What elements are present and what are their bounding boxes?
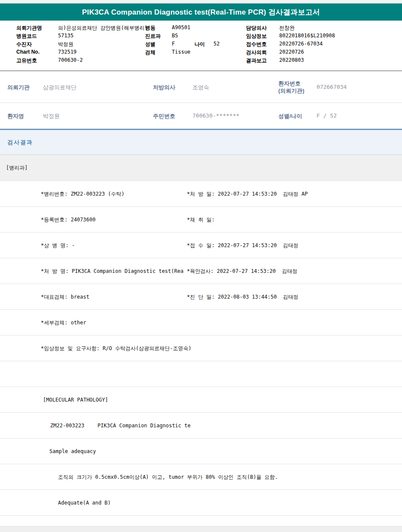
report-title: PIK3CA Companion Diagnostic test(Real-Ti… xyxy=(82,7,320,17)
info-label: 검사의뢰 xyxy=(246,49,267,56)
header-info-row: 고유번호 700630-2 결과보고 20220803 xyxy=(0,57,402,65)
field-label: 주민번호 xyxy=(153,112,175,120)
info-label: 담당의사 xyxy=(246,24,267,32)
info-label: Chart No. xyxy=(16,49,40,55)
header-info-row: 의뢰기관명 의)은성의료재단 강안병원(해부병리) 병동 A90501 담당의사… xyxy=(0,24,402,33)
field-label: 처방의사 xyxy=(153,84,175,91)
sample-adequacy-row: Sample adequacy xyxy=(0,438,402,464)
info-value: BS xyxy=(172,33,178,39)
info-value: 20220726-67034 xyxy=(279,41,323,47)
info-value: 전창완 xyxy=(279,24,295,32)
info-value: 52 xyxy=(213,41,219,47)
info-label: 진료과 xyxy=(145,33,161,40)
result-field-left: *병리번호: ZM22-003223 (수탁) xyxy=(41,190,125,197)
result-field-left: *등록번호: 24073600 xyxy=(41,216,95,223)
info-value: 의)은성의료재단 강안병원(해부병리) xyxy=(58,24,148,32)
result-field-right: *육안검사: 2022-07-27 14:53:20 김태정 xyxy=(187,267,297,275)
info-label: 병동 xyxy=(145,24,155,32)
adequacy-result-row: Adequate(A and B) xyxy=(0,490,402,516)
bottom-strip xyxy=(0,526,402,532)
result-section-heading: 검사결과 xyxy=(0,130,402,155)
info-value: 700630-2 xyxy=(58,57,83,63)
result-field-right: *처 방 일: 2022-07-27 14:53:20 김태정 AP xyxy=(187,190,308,197)
info-label: 고유번호 xyxy=(16,57,37,64)
result-row: *상 병 명: - *접 수 일: 2022-07-27 14:53:20 김태… xyxy=(0,233,402,258)
field-label: 성별/나이 xyxy=(278,112,302,120)
info-label: 나이 xyxy=(195,41,205,48)
result-row: *처 방 명: PIK3CA Companion Diagnostic test… xyxy=(0,258,402,284)
field-value: 072667034 xyxy=(317,84,347,90)
referral-row: 환자명 박정원 주민번호 700630-******* 성별/나이 F / 52 xyxy=(0,103,402,129)
info-label: 접수번호 xyxy=(246,41,267,48)
header-info-row: 수진자 박정원 성별 F 나이 52 접수번호 20220726-67034 xyxy=(0,41,402,49)
adequacy-criteria-row: 조직의 크기가 0.5cmx0.5cm이상(A) 이고, tumor 부위가 8… xyxy=(0,464,402,490)
referral-row: 의뢰기관 삼광의료재단 처방의사 조영숙 환자번호 (의뢰기관) 0726670… xyxy=(0,71,402,103)
info-value: A90501 xyxy=(172,24,190,30)
info-label: 의뢰기관명 xyxy=(16,24,42,32)
field-value: 조영숙 xyxy=(192,84,209,91)
sample-adequacy-label: Sample adequacy xyxy=(49,448,96,454)
molecular-pathology-header-row: [MOLECULAR PATHOLOGY] xyxy=(0,387,402,413)
info-label: 임상정보 xyxy=(246,33,267,40)
info-label: 성별 xyxy=(145,41,155,48)
info-label: 병원코드 xyxy=(16,33,37,40)
result-field-right: *접 수 일: 2022-07-27 14:53:20 김태정 xyxy=(187,242,298,249)
adequacy-result-text: Adequate(A and B) xyxy=(58,500,111,506)
test-name: PIK3CA Companion Diagnostic te xyxy=(97,423,191,429)
field-value: 삼광의료재단 xyxy=(43,84,76,91)
info-value: 8022018016$L210908 xyxy=(279,33,335,39)
molecular-section-label: [MOLECULAR PATHOLOGY] xyxy=(43,397,108,403)
result-row: *등록번호: 24073600 *채 취 일: xyxy=(0,207,402,233)
result-heading-text: 검사결과 xyxy=(7,139,33,146)
info-label: 검체 xyxy=(145,49,155,56)
patient-number-label-line1: 환자번호 xyxy=(278,80,305,87)
info-label: 결과보고 xyxy=(246,57,267,64)
report-page: PIK3CA Companion Diagnostic test(Real-Ti… xyxy=(0,0,402,532)
field-value: 박정원 xyxy=(43,112,60,120)
patient-number-label: 환자번호 (의뢰기관) xyxy=(278,80,305,94)
molecular-specimen-row: ZM22-003223 PIK3CA Companion Diagnostic … xyxy=(0,413,402,438)
result-row-empty xyxy=(0,361,402,387)
result-field-left: *세부검체: other xyxy=(41,319,86,326)
top-strip xyxy=(0,0,402,3)
department-band: [병리과] xyxy=(0,155,402,181)
result-field-left: *처 방 명: PIK3CA Companion Diagnostic test… xyxy=(41,267,183,275)
adequacy-criteria-text: 조직의 크기가 0.5cmx0.5cm이상(A) 이고, tumor 부위가 8… xyxy=(58,473,278,481)
info-value: 732519 xyxy=(58,49,76,55)
info-value: 20220803 xyxy=(279,57,304,63)
result-field-left: *임상정보 및 요구사항: R/O 수탁검사(삼광의료재단-조영숙) xyxy=(41,345,192,352)
info-value: F xyxy=(172,41,175,47)
referral-section: 의뢰기관 삼광의료재단 처방의사 조영숙 환자번호 (의뢰기관) 0726670… xyxy=(0,71,402,129)
header-info-block: 의뢰기관명 의)은성의료재단 강안병원(해부병리) 병동 A90501 담당의사… xyxy=(0,21,402,70)
result-field-left: *대표검체: breast xyxy=(41,293,89,300)
report-title-bar: PIK3CA Companion Diagnostic test(Real-Ti… xyxy=(0,3,402,21)
field-value: 700630-******* xyxy=(192,112,240,119)
result-row: *병리번호: ZM22-003223 (수탁) *처 방 일: 2022-07-… xyxy=(0,181,402,207)
result-row: *대표검체: breast *진 단 일: 2022-08-03 13:44:5… xyxy=(0,284,402,310)
info-value: Tissue xyxy=(172,49,190,55)
patient-number-label-line2: (의뢰기관) xyxy=(278,87,305,94)
field-label: 환자명 xyxy=(7,112,24,120)
result-field-right: *진 단 일: 2022-08-03 13:44:50 김태정 xyxy=(187,293,298,300)
department-label: [병리과] xyxy=(6,164,27,172)
result-rows: *병리번호: ZM22-003223 (수탁) *처 방 일: 2022-07-… xyxy=(0,181,402,516)
result-row: *세부검체: other xyxy=(0,310,402,336)
result-field-right: *채 취 일: xyxy=(187,216,215,223)
info-value: 20220726 xyxy=(279,49,304,55)
result-field-left: *상 병 명: - xyxy=(41,242,75,249)
field-value: F / 52 xyxy=(317,112,337,119)
header-info-row: 병원코드 57135 진료과 BS 임상정보 8022018016$L21090… xyxy=(0,33,402,41)
info-value: 57135 xyxy=(58,33,73,39)
result-row: *임상정보 및 요구사항: R/O 수탁검사(삼광의료재단-조영숙) xyxy=(0,336,402,361)
field-label: 의뢰기관 xyxy=(7,84,30,91)
header-info-row: Chart No. 732519 검체 Tissue 검사의뢰 20220726 xyxy=(0,49,402,57)
specimen-number: ZM22-003223 xyxy=(50,423,84,429)
info-value: 박정원 xyxy=(58,41,73,48)
info-label: 수진자 xyxy=(16,41,32,48)
